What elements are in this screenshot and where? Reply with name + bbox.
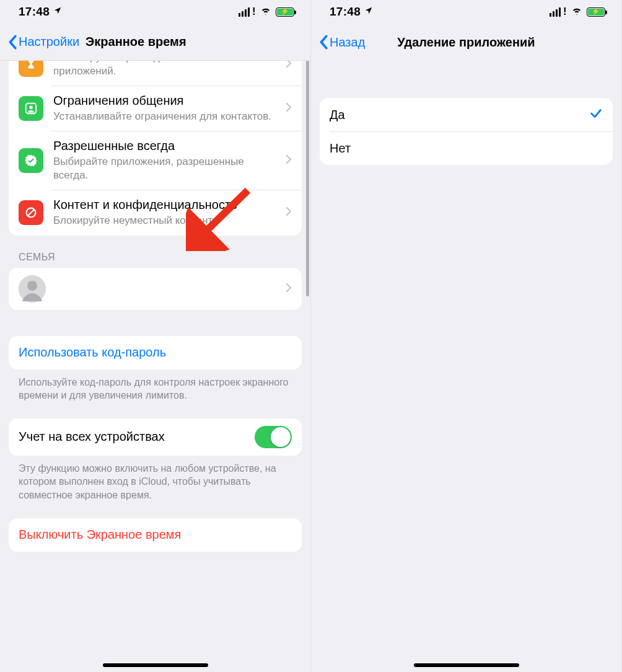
home-indicator [414,663,519,667]
chevron-right-icon [286,102,292,115]
row-title: Контент и конфиденциальность [53,197,279,213]
status-time: 17:48 [330,5,361,19]
cellular-icon [239,7,250,17]
cellular-warn-icon: ! [252,6,256,18]
row-family-member[interactable] [9,268,302,310]
row-always-allowed[interactable]: Разрешенные всегда Выбирайте приложения,… [9,131,302,190]
person-icon [19,96,43,121]
home-indicator [103,663,208,667]
svg-line-3 [28,210,34,216]
location-icon [364,6,373,17]
row-sub: Выбирайте приложения, разрешенные всегда… [53,155,279,182]
row-label: Использовать код-пароль [19,345,292,360]
back-button[interactable]: Назад [316,32,367,52]
scroll-area[interactable]: Да Нет [311,61,621,672]
back-label: Настройки [19,35,79,49]
nav-bar: Назад Удаление приложений [311,24,621,61]
back-label: Назад [330,35,365,50]
section-header-family: СЕМЬЯ [19,252,292,263]
chevron-left-icon [318,35,328,50]
settings-group-turnoff: Выключить Экранное время [9,518,302,552]
location-icon [53,6,62,17]
row-title: Разрешенные всегда [53,138,279,154]
chevron-right-icon [286,283,292,295]
wifi-icon [571,6,583,18]
footer-passcode: Используйте код-пароль для контроля наст… [19,376,292,402]
svg-point-1 [29,105,33,109]
chevron-right-icon [286,154,292,167]
no-entry-icon [19,200,43,225]
avatar-icon [19,275,46,303]
footer-share: Эту функцию можно включить на любом устр… [19,462,292,502]
scroll-area[interactable]: Лимитируйте время для приложений. Огран [0,61,310,672]
check-badge-icon [19,148,43,173]
chevron-right-icon [286,61,292,71]
status-time: 17:48 [19,5,50,19]
row-app-limits-sub2: приложений. [53,65,116,77]
nav-bar: Настройки Экранное время [0,24,310,61]
option-allow[interactable]: Да [320,98,613,131]
settings-group-main: Лимитируйте время для приложений. Огран [9,61,302,236]
back-button[interactable]: Настройки [5,32,82,52]
status-bar: 17:48 ! ⚡ [0,0,310,24]
option-dont-allow[interactable]: Нет [320,131,613,165]
chevron-left-icon [7,35,17,50]
row-turn-off-screen-time[interactable]: Выключить Экранное время [9,518,302,552]
row-sub: Блокируйте неуместный контент. [53,214,279,228]
cellular-warn-icon: ! [563,6,567,18]
wifi-icon [260,6,272,18]
hourglass-icon [19,61,43,77]
row-label: Выключить Экранное время [19,528,292,542]
battery-icon: ⚡ [587,7,605,17]
option-label: Нет [330,141,603,156]
switch-share-devices[interactable] [255,426,292,448]
options-group-deleting-apps: Да Нет [320,98,613,165]
phone-left: 17:48 ! ⚡ Настройки Экранное время [0,0,311,672]
row-use-passcode[interactable]: Использовать код-пароль [9,336,302,369]
row-sub: Устанавливайте ограничения для контактов… [53,110,279,123]
row-share-across-devices[interactable]: Учет на всех устройствах [9,418,302,456]
chevron-right-icon [286,206,292,219]
row-title: Ограничения общения [53,93,279,108]
row-communication-limits[interactable]: Ограничения общения Устанавливайте огран… [9,86,302,131]
settings-group-passcode: Использовать код-пароль [9,336,302,369]
row-label: Учет на всех устройствах [19,429,255,444]
phone-right: 17:48 ! ⚡ Назад Удаление приложений Да [311,0,622,672]
status-bar: 17:48 ! ⚡ [311,0,621,24]
checkmark-icon [589,107,603,123]
svg-point-5 [27,281,37,291]
option-label: Да [330,107,589,123]
settings-group-family [9,268,302,310]
settings-group-share: Учет на всех устройствах [9,418,302,456]
cellular-icon [550,7,561,17]
row-content-privacy[interactable]: Контент и конфиденциальность Блокируйте … [9,190,302,235]
row-app-limits[interactable]: Лимитируйте время для приложений. [9,61,302,86]
nav-title: Экранное время [85,35,186,49]
row-app-limits-sub1: Лимитируйте время для [53,61,172,63]
battery-icon: ⚡ [276,7,294,17]
